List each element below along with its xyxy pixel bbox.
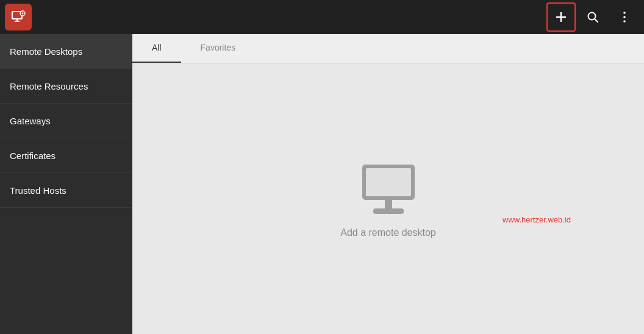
- sidebar-item-label: Certificates: [10, 151, 55, 161]
- sidebar-item-trusted-hosts[interactable]: Trusted Hosts: [0, 173, 132, 208]
- topbar-right: [546, 2, 644, 32]
- topbar: [0, 0, 644, 34]
- monitor-icon: [355, 160, 422, 218]
- sidebar-item-label: Remote Resources: [10, 81, 88, 91]
- topbar-left: [0, 4, 32, 30]
- svg-rect-16: [373, 208, 404, 214]
- svg-point-8: [589, 13, 596, 20]
- sidebar-item-gateways[interactable]: Gateways: [0, 104, 132, 138]
- search-button[interactable]: [578, 2, 607, 32]
- tab-favorites-label: Favorites: [201, 43, 236, 52]
- tab-all[interactable]: All: [132, 34, 181, 63]
- add-button[interactable]: [546, 2, 576, 32]
- sidebar-item-label: Remote Desktops: [10, 46, 82, 57]
- tab-favorites[interactable]: Favorites: [181, 34, 256, 63]
- svg-point-12: [623, 20, 626, 23]
- sidebar-item-remote-desktops[interactable]: Remote Desktops: [0, 34, 132, 69]
- empty-state: Add a remote desktop: [132, 63, 644, 334]
- tabs-bar: All Favorites: [132, 34, 644, 63]
- sidebar-item-label: Gateways: [10, 116, 51, 126]
- tab-all-label: All: [152, 43, 162, 52]
- watermark: www.hertzer.web.id: [503, 215, 571, 224]
- empty-state-text: Add a remote desktop: [340, 227, 436, 238]
- main-layout: Remote Desktops Remote Resources Gateway…: [0, 34, 644, 334]
- content-area: All Favorites Add a remote desktop: [132, 34, 644, 334]
- svg-rect-14: [366, 168, 411, 196]
- svg-point-11: [623, 16, 626, 18]
- sidebar-item-remote-resources[interactable]: Remote Resources: [0, 69, 132, 104]
- sidebar-item-label: Trusted Hosts: [10, 185, 66, 196]
- svg-line-9: [595, 20, 598, 23]
- app-icon[interactable]: [5, 4, 32, 30]
- sidebar-item-certificates[interactable]: Certificates: [0, 138, 132, 173]
- more-button[interactable]: [610, 2, 639, 32]
- svg-rect-15: [385, 200, 392, 210]
- sidebar: Remote Desktops Remote Resources Gateway…: [0, 34, 132, 334]
- svg-point-10: [623, 12, 626, 14]
